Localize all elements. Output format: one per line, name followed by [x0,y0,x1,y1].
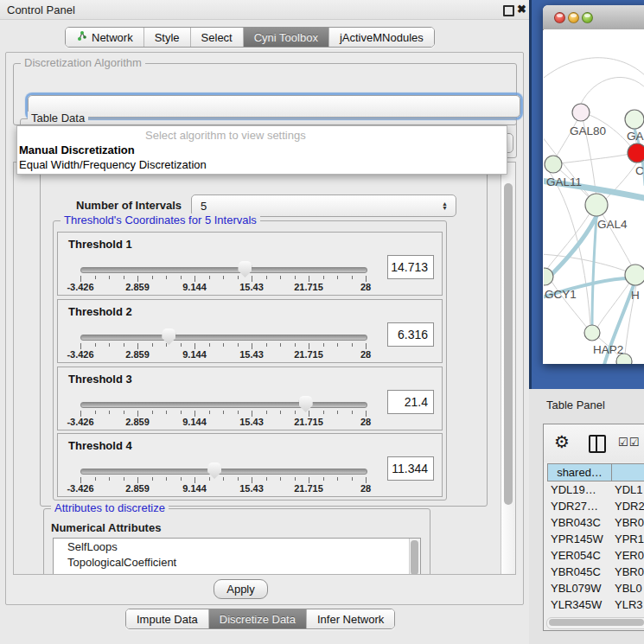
node-label: GAL80 [570,124,606,137]
float-panel-icon[interactable] [503,5,514,16]
scrollbar-thumb[interactable] [411,540,418,575]
cell-shared-name: YDL19… [551,483,596,496]
tick-mark [209,411,210,414]
table-row[interactable]: YIL052CYIL0 [547,613,644,615]
tick-mark [238,276,239,279]
scrollbar-thumb[interactable] [504,183,513,505]
minimize-traffic-light[interactable] [568,12,579,23]
control-panel-titlebar: Control Panel ✖ [0,0,529,20]
table-row[interactable]: YBL079WYBL0 [547,580,644,596]
threshold-value-field[interactable]: 6.316 [387,322,434,347]
gal80-node[interactable] [572,104,590,121]
network-canvas[interactable]: GAL80GAGAL11CGAL4GCY1HHAP2 [544,29,644,364]
apply-button[interactable]: Apply [214,579,268,599]
tab-infer-network[interactable]: Infer Network [307,609,394,628]
cell-shared-name: YBL079W [551,582,602,595]
tick-mark [266,276,267,279]
red-node[interactable] [628,143,644,163]
tab-jactivemnodules[interactable]: jActiveMNodules [329,28,434,47]
numerical-attributes-label: Numerical Attributes [51,521,161,534]
slider-track[interactable] [80,469,367,475]
tick-mark [280,276,281,279]
tick-label: 28 [360,483,371,494]
network-edge-highlighted [592,216,596,325]
network-icon [76,30,87,44]
horizontal-scrollbar[interactable] [546,617,644,629]
table-row[interactable]: YDL19…YDL1 [547,481,644,498]
tab-label: Infer Network [317,613,384,626]
gal4-node[interactable] [585,194,608,216]
threshold-value-field[interactable]: 21.4 [387,390,434,414]
table-rows: YDL19…YDL1YDR27…YDR2YBR043CYBR0YPR145WYP… [547,481,644,615]
list-item[interactable]: SelfLoops [54,539,420,554]
slider-thumb[interactable] [238,261,252,277]
tick-label: 21.715 [294,282,323,292]
gear-icon[interactable]: ⚙ [554,431,570,452]
tick-mark [366,343,367,349]
tab-impute-data[interactable]: Impute Data [126,609,209,628]
vertical-scrollbar[interactable] [501,163,515,574]
tick-mark [209,477,210,481]
tab-select[interactable]: Select [191,28,244,47]
gcy1-node[interactable] [544,268,553,285]
algorithm-combobox[interactable] [28,95,520,118]
tab-cyni-toolbox[interactable]: Cyni Toolbox [244,28,329,47]
cell-name: YBL0 [615,582,642,595]
tab-style[interactable]: Style [144,28,191,47]
node-label: GA [627,130,644,143]
tick-mark [295,343,296,347]
column-header-name[interactable]: n [611,463,644,481]
table-row[interactable]: YPR145WYPR1 [547,531,644,547]
hap2-node[interactable] [584,325,600,341]
column-view-icon[interactable] [589,435,606,453]
slider-thumb[interactable] [299,396,313,412]
table-row[interactable]: YBR043CYBR0 [547,514,644,531]
column-header-shared[interactable]: shared… [547,463,612,481]
close-icon[interactable]: ✖ [517,3,526,16]
table-row[interactable]: YDR27…YDR2 [547,498,644,514]
network-graph[interactable]: GAL80GAGAL11CGAL4GCY1HHAP2 [544,29,644,364]
list-scrollbar[interactable] [409,539,420,575]
network-window-titlebar[interactable] [543,5,644,30]
cyni-toolbox-content: Discretization Algorithm Table Data galF… [5,52,524,605]
tick-mark [95,411,96,414]
zoom-traffic-light[interactable] [582,12,593,23]
list-item[interactable]: BetweennessCentrality [54,570,420,575]
gal11-node[interactable] [545,156,562,173]
table-row[interactable]: YBR045CYBR0 [547,564,644,580]
network-edge [581,77,644,104]
tick-mark [223,477,224,481]
h-node[interactable] [625,265,644,285]
select-columns-icon[interactable]: ☑☑ [618,436,640,449]
group-title: Attributes to discretize [51,501,169,514]
threshold-value-field[interactable]: 11.344 [387,456,434,481]
slider-track[interactable] [80,267,367,273]
tick-mark [323,276,324,279]
dropdown-option[interactable]: Manual Discretization [17,143,508,158]
tab-network[interactable]: Network [66,28,144,47]
slider-track[interactable] [80,335,367,341]
slider-track[interactable] [80,402,367,408]
dropdown-option[interactable]: Equal Width/Frequency Discretization [17,158,508,173]
tick-mark [124,411,124,414]
table-row[interactable]: YER054CYER0 [547,547,644,564]
tick-mark [295,477,296,481]
slider-thumb[interactable] [162,328,175,345]
top-right-node[interactable] [625,110,644,129]
tick-label: 21.715 [294,483,323,494]
threshold-value-field[interactable]: 14.713 [387,255,434,279]
tick-mark [266,411,267,414]
tick-mark [280,411,281,414]
list-item[interactable]: TopologicalCoefficient [54,554,420,570]
cell-shared-name: YBR045C [551,565,601,578]
tick-label: 9.144 [182,349,207,360]
close-traffic-light[interactable] [554,12,565,23]
tick-label: 9.144 [182,483,207,494]
scrollbar-thumb[interactable] [549,619,644,626]
tick-mark [194,343,195,349]
tab-discretize-data[interactable]: Discretize Data [209,609,307,628]
table-row[interactable]: YLR345WYLR3 [547,596,644,613]
tick-mark [152,276,153,279]
numerical-attributes-list[interactable]: SelfLoopsTopologicalCoefficientBetweenne… [53,538,421,575]
network-edge [544,58,644,81]
